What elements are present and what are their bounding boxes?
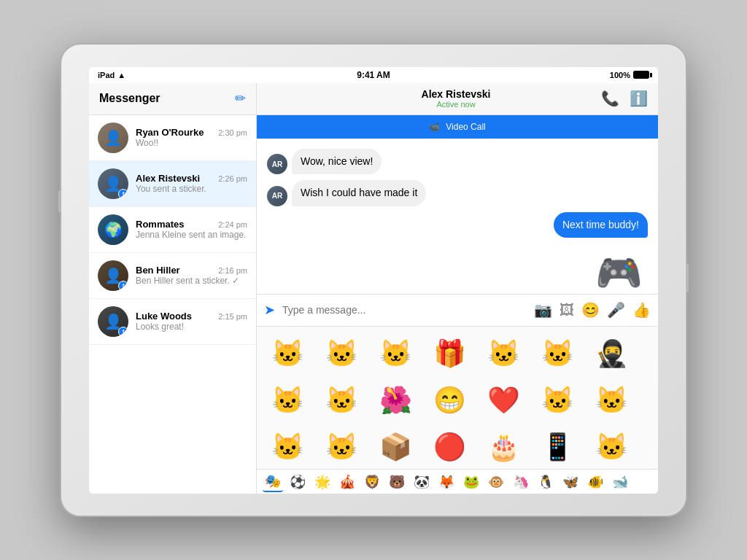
sticker-tab-10[interactable]: 🐵 bbox=[486, 472, 506, 492]
sidebar: Messenger ✏ 👤 Ryan O'Rourke 2:30 pm bbox=[89, 83, 257, 494]
message-input-bar: ➤ 📷 🖼 😊 🎤 👍 bbox=[257, 294, 658, 326]
conv-info-rommates: Rommates 2:24 pm Jenna Kleine sent an im… bbox=[136, 219, 247, 240]
video-call-label: Video Call bbox=[446, 122, 485, 132]
battery-label: 100% bbox=[610, 71, 630, 79]
sticker-3[interactable]: 🐱 bbox=[369, 331, 422, 376]
sticker-14[interactable]: 🐱 bbox=[585, 378, 638, 423]
avatar-alex: 👤 f bbox=[98, 168, 128, 199]
image-button[interactable]: 🖼 bbox=[560, 302, 574, 319]
volume-button bbox=[58, 190, 61, 212]
conv-name-ben: Ben Hiller bbox=[136, 265, 180, 276]
avatar-ryan: 👤 bbox=[98, 122, 128, 153]
sticker-15[interactable]: 🐱 bbox=[261, 424, 314, 469]
fb-badge-luke: f bbox=[118, 327, 128, 337]
sticker-9[interactable]: 🐱 bbox=[315, 378, 368, 423]
avatar-rommates: 🌍 bbox=[98, 214, 128, 245]
chat-header: Alex Ristevski Active now 📞 ℹ️ bbox=[257, 83, 658, 115]
msg-row-m3: Next time buddy! bbox=[267, 212, 648, 238]
sticker-13[interactable]: 🐱 bbox=[531, 378, 584, 423]
sticker-10[interactable]: 🌺 bbox=[369, 378, 422, 423]
status-bar-left: iPad ▲ bbox=[98, 71, 125, 79]
mic-button[interactable]: 🎤 bbox=[607, 301, 625, 319]
sticker-7[interactable]: 🥷 bbox=[585, 331, 638, 376]
conversation-list: 👤 Ryan O'Rourke 2:30 pm Woo!! bbox=[89, 115, 256, 494]
sticker-tab-13[interactable]: 🦋 bbox=[560, 472, 581, 492]
conv-item-luke[interactable]: 👤 f Luke Woods 2:15 pm Looks great! bbox=[89, 299, 256, 345]
msg-row-sticker: 🎮 bbox=[267, 244, 648, 293]
emoji-button[interactable]: 😊 bbox=[581, 301, 600, 319]
sticker-19[interactable]: 🎂 bbox=[477, 424, 530, 469]
conv-name-alex: Alex Ristevski bbox=[136, 173, 200, 184]
main-content: Messenger ✏ 👤 Ryan O'Rourke 2:30 pm bbox=[89, 83, 658, 494]
sticker-tabs: 🎭 ⚽ 🌟 🎪 🦁 🐻 🐼 🦊 🐸 🐵 🦄 🐧 🦋 🐠 bbox=[257, 469, 658, 494]
conv-info-alex: Alex Ristevski 2:26 pm You sent a sticke… bbox=[136, 173, 247, 194]
power-button bbox=[686, 263, 689, 292]
sticker-tab-2[interactable]: ⚽ bbox=[287, 472, 308, 492]
conv-info-ryan: Ryan O'Rourke 2:30 pm Woo!! bbox=[136, 127, 247, 148]
avatar-luke: 👤 f bbox=[98, 306, 128, 337]
conv-preview-alex: You sent a sticker. bbox=[136, 184, 247, 194]
conv-name-luke: Luke Woods bbox=[136, 311, 192, 322]
compose-icon[interactable]: ✏ bbox=[235, 90, 246, 106]
sticker-18[interactable]: 🔴 bbox=[423, 424, 476, 469]
sticker-tab-5[interactable]: 🦁 bbox=[362, 472, 382, 492]
conv-item-alex[interactable]: 👤 f Alex Ristevski 2:26 pm You sent a st… bbox=[89, 161, 256, 207]
sticker-12[interactable]: ❤️ bbox=[477, 378, 530, 423]
like-button[interactable]: 👍 bbox=[632, 301, 651, 319]
bubble-m3: Next time buddy! bbox=[554, 212, 648, 238]
conv-preview-ben: Ben Hiller sent a sticker. ✓ bbox=[136, 276, 247, 286]
sticker-tab-1[interactable]: 🎭 bbox=[263, 472, 283, 492]
conv-item-ryan[interactable]: 👤 Ryan O'Rourke 2:30 pm Woo!! bbox=[89, 115, 256, 161]
sticker-5[interactable]: 🐱 bbox=[477, 331, 530, 376]
conv-time-ben: 2:16 pm bbox=[218, 266, 247, 275]
info-button[interactable]: ℹ️ bbox=[630, 90, 648, 107]
msg-avatar-alex: AR bbox=[267, 154, 287, 174]
sticker-tab-11[interactable]: 🦄 bbox=[511, 472, 531, 492]
sticker-tab-4[interactable]: 🎪 bbox=[337, 472, 357, 492]
battery-icon bbox=[633, 71, 649, 79]
sticker-1[interactable]: 🐱 bbox=[261, 331, 314, 376]
send-arrow-icon: ➤ bbox=[264, 302, 275, 318]
conv-info-ben: Ben Hiller 2:16 pm Ben Hiller sent a sti… bbox=[136, 265, 247, 286]
sticker-tab-12[interactable]: 🐧 bbox=[535, 472, 556, 492]
sticker-tab-14[interactable]: 🐠 bbox=[585, 472, 605, 492]
sticker-8[interactable]: 🐱 bbox=[261, 378, 314, 423]
sticker-4[interactable]: 🎁 bbox=[423, 331, 476, 376]
sticker-tab-15[interactable]: 🐋 bbox=[610, 472, 630, 492]
bubble-m1: Wow, nice view! bbox=[292, 149, 382, 175]
sticker-6[interactable]: 🐱 bbox=[531, 331, 584, 376]
chat-header-actions: 📞 ℹ️ bbox=[601, 90, 648, 107]
sticker-tab-6[interactable]: 🐻 bbox=[387, 472, 407, 492]
sidebar-header: Messenger ✏ bbox=[89, 83, 256, 115]
sticker-tab-7[interactable]: 🐼 bbox=[411, 472, 432, 492]
conv-item-ben[interactable]: 👤 f Ben Hiller 2:16 pm Ben Hiller sent a… bbox=[89, 253, 256, 299]
sticker-11[interactable]: 😁 bbox=[423, 378, 476, 423]
sticker-2[interactable]: 🐱 bbox=[315, 331, 368, 376]
chat-status: Active now bbox=[311, 100, 601, 109]
video-call-bar[interactable]: 📹 Video Call bbox=[257, 115, 658, 139]
sticker-17[interactable]: 📦 bbox=[369, 424, 422, 469]
sticker-tab-3[interactable]: 🌟 bbox=[312, 472, 333, 492]
camera-button[interactable]: 📷 bbox=[534, 301, 552, 319]
status-bar: iPad ▲ 9:41 AM 100% bbox=[89, 67, 658, 83]
sticker-16[interactable]: 🐱 bbox=[315, 424, 368, 469]
sticker-20[interactable]: 📱 bbox=[531, 424, 584, 469]
phone-button[interactable]: 📞 bbox=[601, 90, 619, 107]
conv-info-luke: Luke Woods 2:15 pm Looks great! bbox=[136, 311, 247, 332]
sticker-tab-9[interactable]: 🐸 bbox=[461, 472, 481, 492]
conv-time-ryan: 2:30 pm bbox=[218, 128, 247, 137]
sticker-panel: 🐱 🐱 🐱 🎁 🐱 🐱 🥷 🐱 🐱 🌺 😁 ❤️ 🐱 bbox=[257, 326, 658, 494]
status-time: 9:41 AM bbox=[357, 70, 390, 80]
sticker-grid: 🐱 🐱 🐱 🎁 🐱 🐱 🥷 🐱 🐱 🌺 😁 ❤️ 🐱 bbox=[257, 327, 658, 469]
chat-area: Alex Ristevski Active now 📞 ℹ️ 📹 Video C… bbox=[257, 83, 658, 494]
conv-item-rommates[interactable]: 🌍 Rommates 2:24 pm Jenna Kleine sent an … bbox=[89, 207, 256, 253]
conv-name-ryan: Ryan O'Rourke bbox=[136, 127, 204, 138]
conv-time-rommates: 2:24 pm bbox=[218, 220, 247, 229]
msg-row-m2: AR Wish I could have made it bbox=[267, 180, 648, 206]
conv-time-luke: 2:15 pm bbox=[218, 312, 247, 321]
message-input[interactable] bbox=[282, 304, 527, 316]
sticker-21[interactable]: 🐱 bbox=[585, 424, 638, 469]
fb-badge-alex: f bbox=[118, 189, 128, 199]
sticker-tab-8[interactable]: 🦊 bbox=[436, 472, 457, 492]
conv-time-alex: 2:26 pm bbox=[218, 174, 247, 183]
